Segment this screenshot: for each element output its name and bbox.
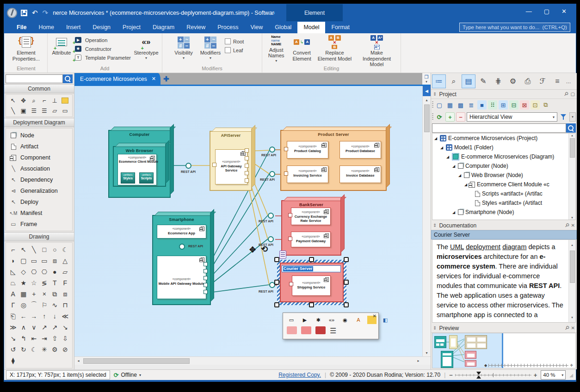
- port[interactable]: [245, 148, 249, 153]
- sidebar-tab-icon[interactable]: ▤: [462, 74, 475, 88]
- drawing-shape-icon[interactable]: Γ: [8, 300, 19, 310]
- port[interactable]: [245, 178, 249, 183]
- tab-view[interactable]: View: [244, 22, 269, 33]
- drawing-shape-icon[interactable]: ↺: [8, 344, 19, 355]
- add-operation-button[interactable]: ▶+ Operation: [75, 36, 131, 44]
- drawing-shape-icon[interactable]: ←: [19, 311, 29, 321]
- component-shipping-service[interactable]: «component» Shipping Service: [292, 276, 331, 296]
- tab-global[interactable]: Global: [269, 22, 297, 33]
- tree-item-web-browser[interactable]: ◢ Web Browser (Node): [432, 171, 575, 180]
- component-payment-gateway[interactable]: «component» Payment Gateway: [291, 232, 331, 247]
- sidebar-tab-icon[interactable]: ≔: [432, 74, 446, 88]
- component-ecommerce-app[interactable]: «component» Ecommerce App: [157, 225, 206, 239]
- selection-handle[interactable]: [274, 280, 279, 285]
- maximize-panel-icon[interactable]: ▢: [571, 92, 575, 97]
- diagram-tab[interactable]: E-commerce Microservices ✕: [74, 73, 160, 85]
- scroll-up-arrow[interactable]: ▴: [423, 96, 431, 104]
- scroll-up-arrow[interactable]: ▴: [571, 240, 573, 250]
- interface-ball[interactable]: [185, 163, 191, 169]
- fill-color-swatch[interactable]: [315, 326, 326, 334]
- drawing-shape-icon[interactable]: ≶: [39, 278, 50, 288]
- tab-project[interactable]: Project: [117, 22, 147, 33]
- leaf-checkbox[interactable]: [225, 47, 231, 53]
- drawing-shape-icon[interactable]: ⎔: [29, 267, 39, 277]
- port[interactable]: [204, 269, 208, 273]
- make-independent-model-button[interactable]: AA* ✕ A* Make Independent Model: [355, 34, 398, 64]
- common-tool-icon[interactable]: ⌕: [29, 96, 39, 105]
- selection-handle[interactable]: [344, 302, 349, 307]
- scroll-right-arrow[interactable]: ▸: [414, 359, 422, 363]
- tool-manifest[interactable]: ↖MManifest: [6, 208, 72, 219]
- drawing-shape-icon[interactable]: ≪: [60, 311, 71, 321]
- tab-review[interactable]: Review: [180, 22, 211, 33]
- floating-toolbar-close-icon[interactable]: ✕: [373, 313, 376, 318]
- component-currency-exchange-rate-service[interactable]: «component» Currency Exchange Rate Servi…: [291, 208, 331, 225]
- project-tool-icon[interactable]: ⊟: [509, 100, 518, 110]
- connector-mobile-3[interactable]: [209, 215, 268, 279]
- expander-icon[interactable]: ◢: [457, 173, 462, 178]
- drawing-shape-icon[interactable]: ◺: [8, 267, 19, 277]
- dock-icon[interactable]: ⇕: [433, 223, 437, 228]
- drawing-shape-icon[interactable]: ⇤: [29, 333, 39, 343]
- common-tool-icon[interactable]: ☰: [29, 106, 39, 115]
- interface-ball[interactable]: [268, 213, 274, 219]
- drawing-shape-icon[interactable]: ⎔: [39, 267, 50, 277]
- sync-status[interactable]: ⟳ Offline ▾: [114, 372, 141, 379]
- toolbar-overflow-dropdown[interactable]: ▾: [569, 112, 576, 122]
- documentation-scrollbar[interactable]: ▴ ▾: [568, 240, 575, 322]
- port[interactable]: [204, 290, 208, 294]
- drawing-shape-icon[interactable]: ∨: [29, 322, 39, 332]
- selection-handle[interactable]: [309, 302, 314, 307]
- scroll-down-arrow[interactable]: ▾: [423, 349, 431, 356]
- port[interactable]: [288, 237, 292, 241]
- add-diagram-tab-button[interactable]: ✚: [163, 75, 169, 83]
- redo-icon[interactable]: ↷: [43, 9, 49, 16]
- registered-copy-link[interactable]: Registered Copy.: [278, 372, 321, 378]
- ruler-marker-icon[interactable]: ◆: [484, 363, 487, 368]
- drawing-shape-icon[interactable]: ≫: [8, 322, 19, 332]
- drawing-shape-icon[interactable]: ∧: [19, 322, 29, 332]
- project-search-button[interactable]: [566, 123, 576, 133]
- tool-deploy[interactable]: ↖Deploy: [6, 196, 72, 208]
- pin-icon[interactable]: ⚲: [563, 325, 570, 331]
- add-constructor-button[interactable]: ✱+ Constructor: [75, 44, 131, 53]
- drawing-shape-icon[interactable]: ○: [49, 245, 60, 255]
- tool-frame[interactable]: ▭Frame: [6, 219, 72, 230]
- tool-dependency[interactable]: ↖Dependency: [6, 174, 72, 185]
- drawing-shape-icon[interactable]: ⧉: [49, 289, 60, 299]
- doc-link[interactable]: deployment: [466, 243, 500, 251]
- documented-element-name[interactable]: Courier Server: [431, 230, 577, 239]
- zoom-slider[interactable]: − +: [449, 372, 537, 379]
- floating-tool-icon[interactable]: ✱: [314, 316, 323, 324]
- drawing-shape-icon[interactable]: ╲: [29, 245, 39, 255]
- floating-tool-icon[interactable]: A: [354, 316, 363, 324]
- drawing-shape-icon[interactable]: ×: [39, 289, 50, 299]
- fill-color-swatch[interactable]: ☰: [330, 326, 340, 334]
- port[interactable]: [288, 213, 292, 217]
- dock-icon[interactable]: ⇕: [433, 92, 437, 97]
- tree-item-smartphone[interactable]: ◢ Smartphone (Node): [432, 208, 575, 217]
- expander-icon[interactable]: ◢: [451, 210, 456, 214]
- drawing-shape-icon[interactable]: ⧈: [49, 256, 60, 266]
- drawing-shape-icon[interactable]: ↗: [39, 322, 50, 332]
- drawing-shape-icon[interactable]: ▢: [19, 256, 29, 266]
- remove-item-icon[interactable]: −: [456, 112, 465, 122]
- project-tool-icon[interactable]: ⧉: [541, 100, 550, 110]
- drawing-shape-icon[interactable]: ☾: [29, 344, 39, 355]
- expander-icon[interactable]: ◢: [451, 164, 456, 168]
- expander-icon[interactable]: ◢: [439, 146, 444, 150]
- tree-item-computer[interactable]: ◢ Computer (Node): [432, 161, 575, 171]
- selection-handle[interactable]: [274, 257, 279, 262]
- common-tool-icon[interactable]: ⌐: [39, 96, 50, 105]
- drawing-shape-icon[interactable]: ▭: [29, 256, 39, 266]
- common-tool-icon[interactable]: ▭: [60, 106, 71, 115]
- convert-element-button[interactable]: A↳A Convert Element: [290, 34, 314, 64]
- tree-scrollbar[interactable]: ▴ ▾: [568, 134, 575, 220]
- component-invoicing-service[interactable]: «component» Invoicing Service: [287, 165, 328, 183]
- common-tool-icon[interactable]: ╲: [8, 106, 19, 115]
- common-tool-icon[interactable]: ▣: [19, 106, 29, 115]
- drawing-shape-icon[interactable]: ⌒: [29, 300, 39, 310]
- drawing-shape-icon[interactable]: ●: [49, 267, 60, 277]
- drawing-shape-icon[interactable]: ⇧: [49, 333, 60, 343]
- scroll-up-arrow[interactable]: ▴: [571, 134, 573, 137]
